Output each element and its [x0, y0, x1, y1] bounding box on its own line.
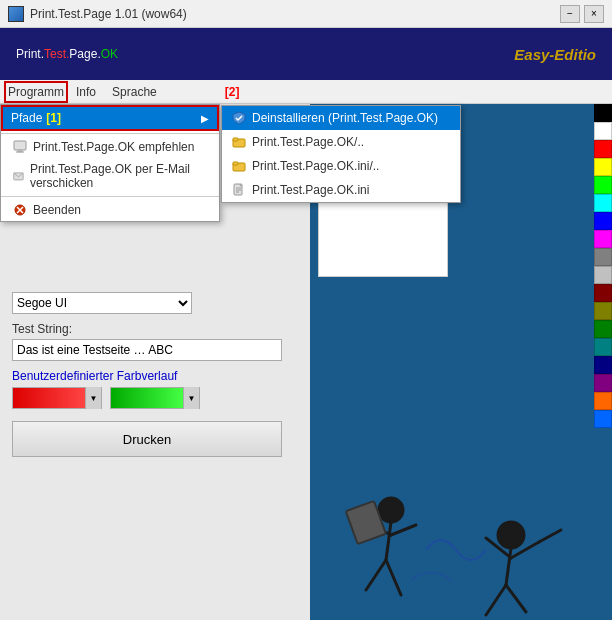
color-navy[interactable] — [594, 356, 612, 374]
gradient-red-fill — [13, 388, 85, 408]
shield-icon — [232, 111, 246, 125]
banner-page: Page. — [69, 47, 100, 61]
separator-2 — [1, 196, 219, 197]
color-darkgreen[interactable] — [594, 320, 612, 338]
svg-line-33 — [486, 585, 506, 615]
file-icon — [232, 183, 246, 197]
gradient-label: Benutzerdefinierter Farbverlauf — [12, 369, 298, 383]
folder-icon-1 — [232, 135, 246, 149]
svg-rect-3 — [233, 162, 238, 165]
close-button[interactable]: × — [584, 5, 604, 23]
color-yellow[interactable] — [594, 158, 612, 176]
stick-figures-svg — [310, 380, 592, 620]
deinstallieren-label: Deinstallieren (Print.Test.Page.OK) — [252, 111, 438, 125]
color-purple[interactable] — [594, 374, 612, 392]
left-panel: Pfade [1] ▶ Deinstallieren (Print.Test.P… — [0, 104, 310, 620]
gradient-red-swatch: ▼ — [12, 387, 102, 409]
svg-line-27 — [386, 560, 401, 595]
color-palette — [594, 104, 612, 428]
title-bar: Print.Test.Page 1.01 (wow64) − × — [0, 0, 612, 28]
color-darkred[interactable] — [594, 284, 612, 302]
color-white[interactable] — [594, 122, 612, 140]
svg-line-26 — [366, 560, 386, 590]
banner-test: Test. — [44, 47, 69, 61]
banner-title: Print.Test.Page.OK — [16, 47, 118, 61]
color-lightgray[interactable] — [594, 266, 612, 284]
submenu-folder-ini[interactable]: Print.Test.Page.OK.ini/.. — [222, 154, 460, 178]
folder-ini-label: Print.Test.Page.OK.ini/.. — [252, 159, 379, 173]
color-darkgray[interactable] — [594, 248, 612, 266]
svg-line-25 — [386, 522, 391, 560]
banner-ok: OK — [101, 47, 118, 61]
pfade-num-label: [1] — [46, 111, 61, 125]
color-olive[interactable] — [594, 302, 612, 320]
folder-icon-2 — [232, 159, 246, 173]
email-label: Print.Test.Page.OK per E-Mail verschicke… — [30, 162, 207, 190]
color-teal[interactable] — [594, 338, 612, 356]
file-ini-label: Print.Test.Page.OK.ini — [252, 183, 369, 197]
pfade-submenu-arrow: ▶ — [201, 113, 209, 124]
beenden-label: Beenden — [33, 203, 81, 217]
gradient-green-fill — [111, 388, 183, 408]
color-lightblue[interactable] — [594, 410, 612, 428]
color-green[interactable] — [594, 176, 612, 194]
empfehlen-label: Print.Test.Page.OK empfehlen — [33, 140, 194, 154]
main-area: Pfade [1] ▶ Deinstallieren (Print.Test.P… — [0, 104, 612, 620]
svg-rect-1 — [233, 138, 238, 141]
email-icon — [13, 169, 24, 183]
folder-ok-label: Print.Test.Page.OK/.. — [252, 135, 364, 149]
title-bar-controls: − × — [560, 5, 604, 23]
gradient-green-arrow[interactable]: ▼ — [183, 387, 199, 409]
color-magenta[interactable] — [594, 230, 612, 248]
menu-item-info[interactable]: Info — [68, 81, 104, 103]
test-string-input[interactable] — [12, 339, 282, 361]
email-item[interactable]: Print.Test.Page.OK per E-Mail verschicke… — [1, 158, 219, 194]
test-string-label: Test String: — [12, 322, 298, 336]
monitor-icon — [13, 140, 27, 154]
svg-point-31 — [498, 522, 524, 548]
empfehlen-item[interactable]: Print.Test.Page.OK empfehlen — [1, 136, 219, 158]
gradient-red-arrow[interactable]: ▼ — [85, 387, 101, 409]
pfade-label: Pfade — [11, 111, 42, 125]
separator-1 — [1, 133, 219, 134]
submenu-file-ini[interactable]: Print.Test.Page.OK.ini — [222, 178, 460, 202]
beenden-item[interactable]: Beenden — [1, 199, 219, 221]
pfade-menu-item[interactable]: Pfade [1] ▶ — [1, 105, 219, 131]
svg-line-34 — [506, 585, 526, 612]
menu-item-sprache[interactable]: Sprache — [104, 81, 165, 103]
color-black[interactable] — [594, 104, 612, 122]
gradient-row: ▼ ▼ — [12, 387, 298, 409]
menu-item-programm[interactable]: Programm — [4, 81, 68, 103]
font-select[interactable]: Segoe UI — [12, 292, 192, 314]
title-bar-text: Print.Test.Page 1.01 (wow64) — [30, 7, 560, 21]
submenu-deinstallieren[interactable]: Deinstallieren (Print.Test.Page.OK) — [222, 106, 460, 130]
menu-bar: Programm Info Sprache [2] — [0, 80, 612, 104]
banner-print: Print. — [16, 47, 44, 61]
minimize-button[interactable]: − — [560, 5, 580, 23]
gradient-green-swatch: ▼ — [110, 387, 200, 409]
color-blue[interactable] — [594, 212, 612, 230]
color-cyan[interactable] — [594, 194, 612, 212]
app-icon — [8, 6, 24, 22]
label-2: [2] — [225, 85, 240, 99]
svg-rect-8 — [14, 141, 26, 150]
svg-point-24 — [379, 498, 403, 522]
color-orange[interactable] — [594, 392, 612, 410]
form-area: Segoe UI Test String: Benutzerdefinierte… — [0, 284, 310, 465]
submenu-folder-ok[interactable]: Print.Test.Page.OK/.. — [222, 130, 460, 154]
font-row: Segoe UI — [12, 292, 298, 314]
banner-edition: Easy-Editio — [514, 46, 596, 63]
print-button[interactable]: Drucken — [12, 421, 282, 457]
svg-line-37 — [539, 530, 561, 542]
exit-icon — [13, 203, 27, 217]
pfade-submenu: Deinstallieren (Print.Test.Page.OK) Prin… — [221, 105, 461, 203]
app-banner: Print.Test.Page.OK Easy-Editio — [0, 28, 612, 80]
color-red[interactable] — [594, 140, 612, 158]
programm-dropdown: Pfade [1] ▶ Deinstallieren (Print.Test.P… — [0, 104, 220, 222]
svg-line-29 — [391, 525, 416, 535]
